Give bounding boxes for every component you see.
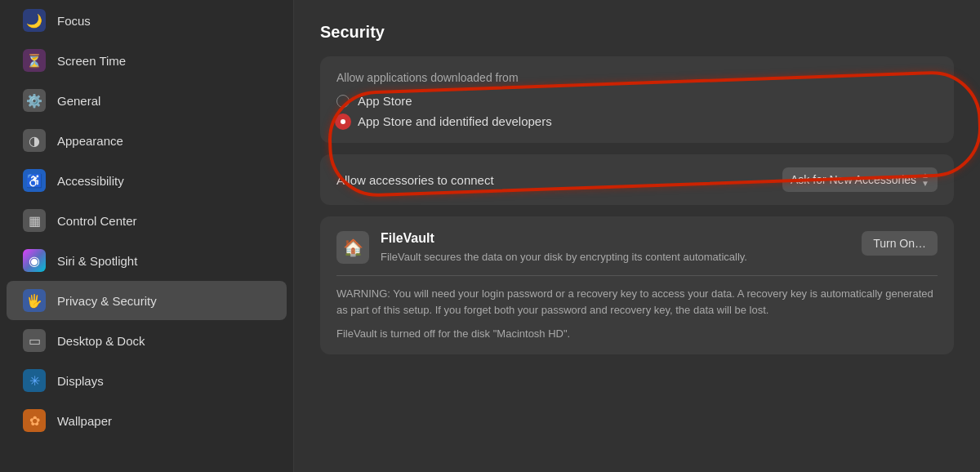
displays-icon: ✳: [23, 369, 46, 392]
sidebar: 🌙Focus⏳Screen Time⚙️General◑Appearance♿A…: [0, 0, 294, 472]
sidebar-item-appearance[interactable]: ◑Appearance: [7, 121, 287, 160]
sidebar-item-accessibility[interactable]: ♿Accessibility: [7, 161, 287, 200]
filevault-title: FileVault: [381, 231, 747, 246]
sidebar-label-appearance: Appearance: [57, 134, 123, 148]
radio-appstore-label: App Store: [358, 94, 412, 108]
filevault-turnon-button[interactable]: Turn On…: [862, 231, 938, 256]
sidebar-label-screentime: Screen Time: [57, 54, 126, 68]
sidebar-label-siri: Siri & Spotlight: [57, 254, 137, 268]
screentime-icon: ⏳: [23, 49, 46, 72]
radio-appstore-identified-label: App Store and identified developers: [358, 114, 552, 128]
sidebar-item-screentime[interactable]: ⏳Screen Time: [7, 41, 287, 80]
filevault-description: FileVault secures the data on your disk …: [381, 249, 747, 265]
filevault-warning: WARNING: You will need your login passwo…: [336, 286, 938, 320]
siri-icon: ◉: [23, 249, 46, 272]
sidebar-label-controlcenter: Control Center: [57, 214, 137, 228]
radio-appstore-identified-circle[interactable]: [336, 115, 350, 128]
sidebar-label-displays: Displays: [57, 374, 104, 388]
accessories-select[interactable]: Ask for New Accessories ▲ ▼: [782, 167, 938, 192]
sidebar-label-wallpaper: Wallpaper: [57, 414, 112, 428]
sidebar-item-siri[interactable]: ◉Siri & Spotlight: [7, 241, 287, 280]
section-title: Security: [320, 23, 954, 42]
security-box: Allow applications downloaded from App S…: [320, 56, 954, 143]
filevault-text: FileVault FileVault secures the data on …: [381, 231, 747, 265]
accessories-value: Ask for New Accessories: [791, 173, 916, 186]
sidebar-label-general: General: [57, 94, 100, 108]
radio-appstore-identified[interactable]: App Store and identified developers: [336, 114, 938, 128]
radio-appstore-circle[interactable]: [336, 95, 350, 108]
sidebar-item-wallpaper[interactable]: ✿Wallpaper: [7, 401, 287, 440]
sidebar-label-desktopdock: Desktop & Dock: [57, 334, 145, 348]
sidebar-label-accessibility: Accessibility: [57, 174, 124, 188]
wallpaper-icon: ✿: [23, 409, 46, 432]
filevault-box: 🏠 FileVault FileVault secures the data o…: [320, 216, 954, 354]
sidebar-label-focus: Focus: [57, 14, 91, 28]
focus-icon: 🌙: [23, 9, 46, 32]
accessories-row: Allow accessories to connect Ask for New…: [320, 154, 954, 205]
sidebar-label-privacy: Privacy & Security: [57, 294, 157, 308]
radio-appstore[interactable]: App Store: [336, 94, 938, 108]
sidebar-item-displays[interactable]: ✳Displays: [7, 361, 287, 400]
sidebar-item-general[interactable]: ⚙️General: [7, 81, 287, 120]
accessibility-icon: ♿: [23, 169, 46, 192]
general-icon: ⚙️: [23, 89, 46, 112]
filevault-header: 🏠 FileVault FileVault secures the data o…: [336, 231, 938, 265]
accessories-label: Allow accessories to connect: [336, 173, 494, 187]
filevault-left: 🏠 FileVault FileVault secures the data o…: [336, 231, 747, 265]
desktopdock-icon: ▭: [23, 329, 46, 352]
sidebar-item-desktopdock[interactable]: ▭Desktop & Dock: [7, 321, 287, 360]
controlcenter-icon: ▦: [23, 209, 46, 232]
privacy-icon: 🖐: [23, 289, 46, 312]
filevault-icon: 🏠: [336, 231, 369, 264]
main-content: Security Allow applications downloaded f…: [294, 0, 980, 472]
filevault-divider: [336, 275, 938, 276]
appearance-icon: ◑: [23, 129, 46, 152]
select-arrows-icon: ▲ ▼: [921, 171, 929, 188]
sidebar-item-privacy[interactable]: 🖐Privacy & Security: [7, 281, 287, 320]
allow-apps-label: Allow applications downloaded from: [336, 71, 938, 84]
filevault-status: FileVault is turned off for the disk "Ma…: [336, 327, 938, 340]
sidebar-item-controlcenter[interactable]: ▦Control Center: [7, 201, 287, 240]
sidebar-item-focus[interactable]: 🌙Focus: [7, 1, 287, 40]
